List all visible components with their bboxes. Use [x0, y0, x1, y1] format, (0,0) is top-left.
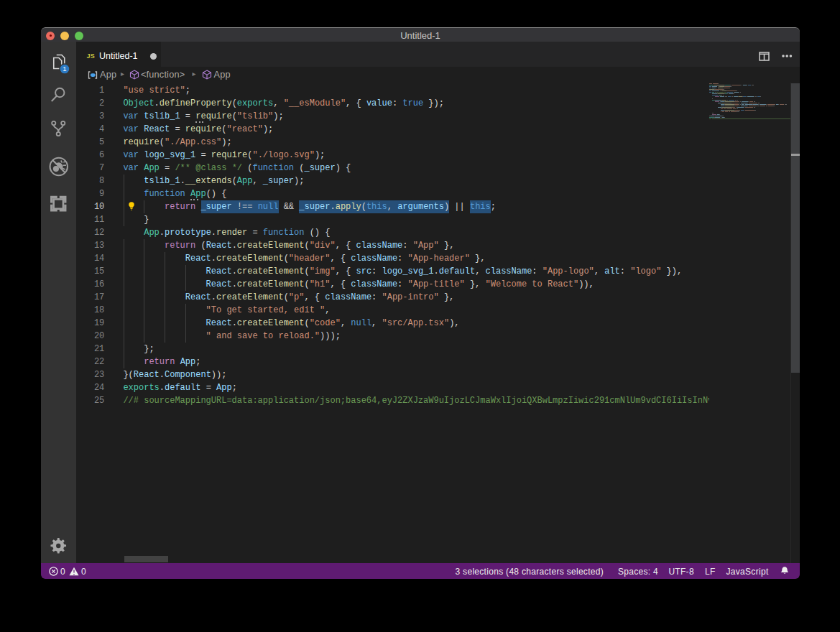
svg-text:1: 1 [63, 65, 66, 73]
